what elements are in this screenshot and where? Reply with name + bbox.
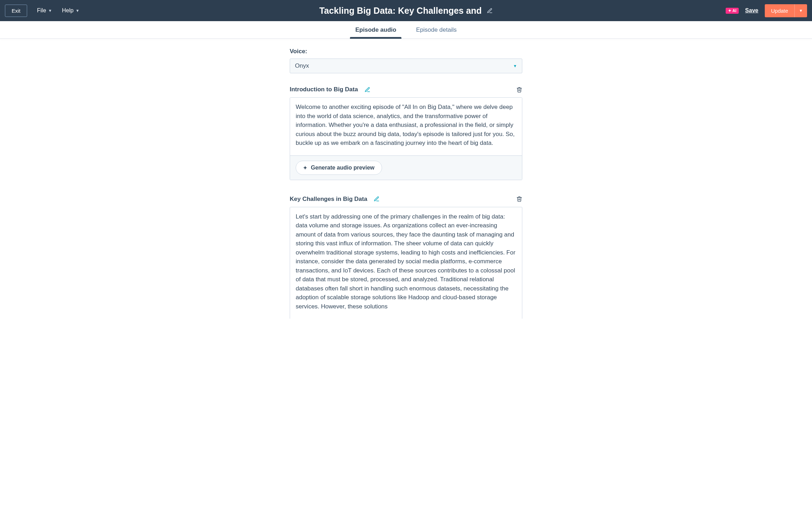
page-title: Tackling Big Data: Key Challenges and — [319, 6, 482, 16]
section-header: Key Challenges in Big Data — [290, 196, 522, 203]
menu-help[interactable]: Help ▼ — [62, 7, 80, 14]
update-button[interactable]: Update — [765, 4, 794, 17]
voice-select-value: Onyx — [295, 62, 309, 69]
chevron-down-icon: ▼ — [799, 8, 803, 13]
voice-select[interactable]: Onyx ▼ — [290, 59, 522, 73]
section-card: Welcome to another exciting episode of "… — [290, 97, 522, 180]
chevron-down-icon: ▼ — [76, 8, 80, 13]
section-title: Key Challenges in Big Data — [290, 196, 367, 203]
voice-label: Voice: — [290, 48, 522, 55]
edit-section-icon[interactable] — [364, 87, 370, 93]
chevron-down-icon: ▼ — [48, 8, 52, 13]
generate-audio-preview-label: Generate audio preview — [311, 165, 375, 171]
edit-section-icon[interactable] — [374, 196, 380, 202]
tab-episode-audio[interactable]: Episode audio — [355, 21, 396, 38]
tab-episode-details[interactable]: Episode details — [416, 21, 456, 38]
topbar-center: Tackling Big Data: Key Challenges and — [319, 6, 493, 16]
delete-section-icon[interactable] — [516, 196, 522, 202]
save-link[interactable]: Save — [745, 7, 758, 14]
tab-episode-audio-label: Episode audio — [355, 26, 396, 33]
section-footer: ✦ Generate audio preview — [290, 155, 522, 180]
ai-badge[interactable]: ✦ AI — [726, 8, 739, 14]
sparkle-icon: ✦ — [728, 8, 731, 13]
exit-button[interactable]: Exit — [5, 5, 27, 17]
delete-section-icon[interactable] — [516, 87, 522, 93]
content: Voice: Onyx ▼ Introduction to Big Data W… — [290, 39, 522, 333]
menu-file[interactable]: File ▼ — [37, 7, 52, 14]
generate-audio-preview-button[interactable]: ✦ Generate audio preview — [296, 161, 382, 175]
menu-file-label: File — [37, 7, 46, 14]
tabs-bar: Episode audio Episode details — [0, 21, 812, 39]
ai-badge-label: AI — [732, 8, 736, 13]
sparkle-icon: ✦ — [303, 165, 307, 171]
menu-help-label: Help — [62, 7, 74, 14]
section-title-wrap: Key Challenges in Big Data — [290, 196, 380, 203]
caret-down-icon: ▼ — [513, 64, 517, 68]
topbar: Exit File ▼ Help ▼ Tackling Big Data: Ke… — [0, 0, 812, 21]
section-card: Let's start by addressing one of the pri… — [290, 207, 522, 319]
section-title: Introduction to Big Data — [290, 86, 358, 93]
section-title-wrap: Introduction to Big Data — [290, 86, 370, 93]
tab-episode-details-label: Episode details — [416, 26, 456, 33]
update-dropdown-button[interactable]: ▼ — [794, 4, 807, 17]
edit-title-icon[interactable] — [487, 8, 493, 14]
section-body[interactable]: Welcome to another exciting episode of "… — [290, 98, 522, 155]
topbar-right: ✦ AI Save Update ▼ — [726, 4, 807, 17]
section-header: Introduction to Big Data — [290, 86, 522, 93]
section-body[interactable]: Let's start by addressing one of the pri… — [290, 207, 522, 319]
update-button-group: Update ▼ — [765, 4, 807, 17]
